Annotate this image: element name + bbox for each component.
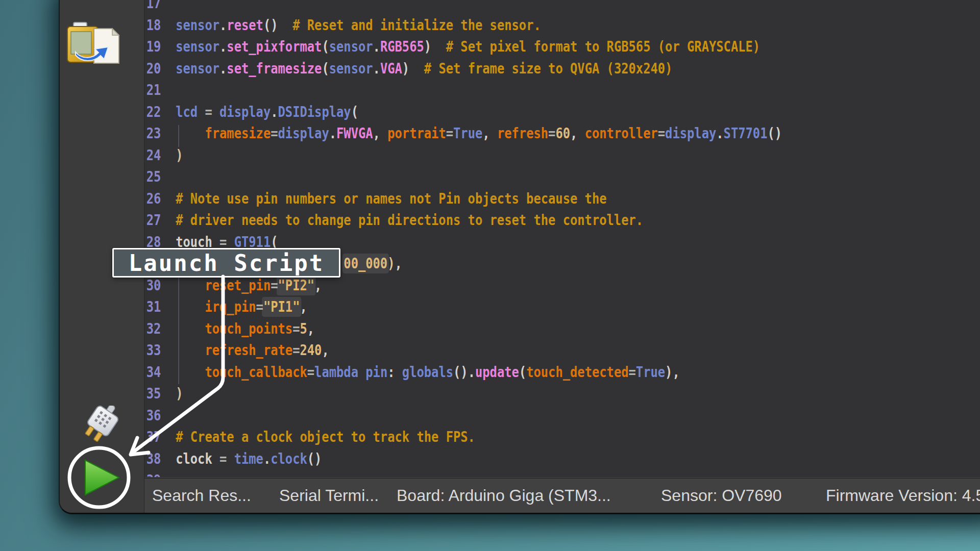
status-item-board-info[interactable]: Board: Arduino Giga (STM3... (397, 479, 611, 513)
code-token: , (300, 298, 307, 315)
open-file-icon[interactable] (65, 21, 121, 65)
line-number: 27 (144, 212, 161, 229)
code-editor[interactable]: 1718sensor.reset() # Reset and initializ… (144, 0, 980, 477)
code-token: = (271, 125, 278, 142)
code-token: globals (402, 364, 453, 381)
code-line-34: 34 touch_callback=lambda pin: globals().… (144, 364, 980, 386)
code-token (176, 277, 205, 294)
code-token: (). (453, 364, 475, 381)
code-token: portrait (387, 125, 446, 142)
code-token: refresh (497, 125, 548, 142)
code-line-37: 37# Create a clock object to track the F… (144, 429, 980, 450)
code-token: 60 (555, 125, 570, 142)
line-number: 23 (144, 125, 161, 142)
code-token: "PI2" (278, 277, 315, 294)
code-token: refresh_rate (205, 342, 292, 359)
code-token: = (292, 320, 300, 337)
code-token: display (219, 104, 271, 120)
code-token (358, 364, 365, 381)
code-line-20: 20sensor.set_framesize(sensor.VGA) # Set… (144, 60, 980, 82)
code-token: # Note use pin numbers or names not Pin … (176, 190, 606, 207)
code-line-39: 39 (144, 472, 980, 477)
code-line-19: 19sensor.set_pixformat(sensor.RGB565) # … (144, 38, 980, 60)
code-token: pin (365, 364, 387, 381)
code-token: touch_points (205, 320, 292, 337)
code-token: display (278, 125, 329, 142)
code-token: lambda (314, 364, 358, 381)
status-item-search-results[interactable]: Search Res... (152, 479, 251, 513)
code-token: = (446, 125, 453, 142)
code-token: = (271, 277, 278, 294)
code-token (176, 342, 205, 359)
code-token: . (219, 60, 227, 77)
code-line-25: 25 (144, 168, 980, 190)
code-token (176, 364, 205, 381)
code-token: ) (402, 60, 409, 77)
status-item-serial-terminal[interactable]: Serial Termi... (279, 479, 379, 513)
indent-guide (178, 277, 179, 384)
code-token: ), (665, 364, 680, 381)
code-token: . (219, 17, 227, 34)
indent-guide (178, 125, 179, 147)
code-token: set_framesize (227, 60, 322, 77)
code-token: 00_000 (344, 255, 387, 272)
code-token: update (475, 364, 519, 381)
code-token: , (314, 277, 322, 294)
code-token: set_pixformat (227, 38, 322, 55)
code-token: 240 (300, 342, 322, 359)
code-token: # driver needs to change pin directions … (176, 212, 643, 229)
code-token: clock (176, 450, 212, 467)
start-script-button[interactable] (65, 443, 134, 512)
code-token: # Set pixel format to RGB565 (or GRAYSCA… (446, 38, 760, 55)
code-token: , (395, 255, 402, 272)
code-token: () (307, 450, 322, 467)
code-token (176, 298, 205, 315)
code-token: . (373, 38, 380, 55)
code-token (278, 17, 293, 34)
code-token: RGB565 (380, 38, 424, 55)
code-token: # Reset and initialize the sensor. (292, 17, 541, 34)
line-number: 21 (144, 82, 161, 98)
line-number: 37 (144, 429, 161, 445)
code-token: . (263, 450, 271, 467)
code-line-23: 23 framesize=display.FWVGA, portrait=Tru… (144, 125, 980, 147)
code-token: ST7701 (724, 125, 768, 142)
status-item-sensor-info[interactable]: Sensor: OV7690 (661, 479, 782, 513)
launch-script-tooltip: Launch Script (112, 248, 340, 278)
code-token: FWVGA (336, 125, 373, 142)
code-token: sensor (329, 38, 373, 55)
line-number: 24 (144, 147, 161, 164)
line-number: 32 (144, 320, 161, 337)
code-token: framesize (205, 125, 271, 142)
code-token: sensor (176, 38, 219, 55)
code-token: True (636, 364, 665, 381)
code-token: , (322, 342, 329, 359)
code-token: VGA (380, 60, 402, 77)
code-token: . (716, 125, 723, 142)
code-token: = (198, 104, 219, 120)
code-token: . (219, 38, 227, 55)
code-line-22: 22lcd = display.DSIDisplay( (144, 104, 980, 126)
code-token: : (387, 364, 402, 381)
code-line-18: 18sensor.reset() # Reset and initialize … (144, 17, 980, 39)
code-token: touch_callback (205, 364, 307, 381)
code-token: = (307, 364, 314, 381)
line-number: 33 (144, 342, 161, 359)
code-token: DSIDisplay (278, 104, 351, 120)
code-token: ( (351, 104, 358, 120)
code-token: display (665, 125, 716, 142)
code-line-31: 31 irq_pin="PI1", (144, 298, 980, 320)
code-line-26: 26# Note use pin numbers or names not Pi… (144, 190, 980, 212)
status-item-firmware-version[interactable]: Firmware Version: 4.5 (826, 479, 980, 513)
code-token (176, 125, 205, 142)
code-token: sensor (329, 60, 373, 77)
code-token: time (234, 450, 263, 467)
code-token: True (453, 125, 482, 142)
desktop: 1718sensor.reset() # Reset and initializ… (0, 0, 980, 551)
line-number: 35 (144, 385, 161, 402)
code-token: irq_pin (205, 298, 256, 315)
code-token: # Set frame size to QVGA (320x240) (424, 60, 673, 77)
code-token: . (271, 104, 278, 120)
code-token: lcd (176, 104, 198, 120)
code-line-21: 21 (144, 82, 980, 104)
